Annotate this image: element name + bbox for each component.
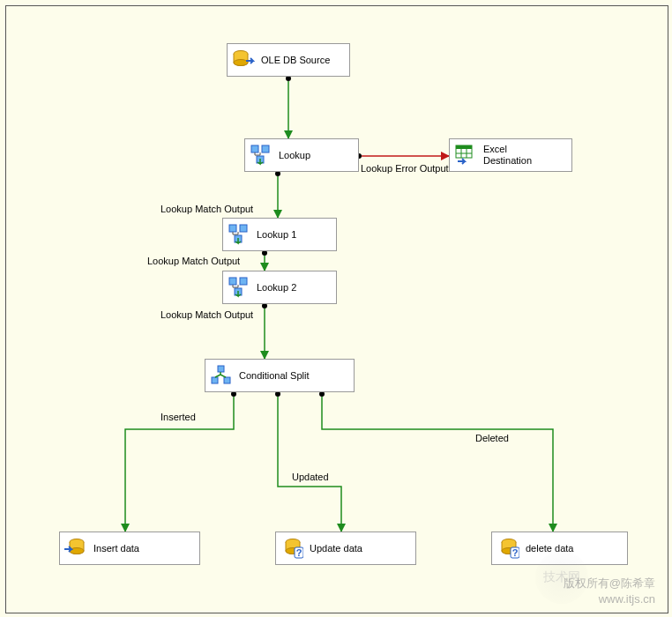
node-label: Lookup 2 bbox=[257, 282, 296, 293]
svg-rect-24 bbox=[218, 366, 224, 372]
edge-label-deleted: Deleted bbox=[475, 433, 509, 443]
lookup-icon bbox=[227, 275, 251, 300]
watermark-copyright: 版权所有@陈希章 bbox=[564, 576, 655, 591]
conditional-split-icon bbox=[209, 363, 234, 388]
database-source-icon bbox=[231, 48, 256, 72]
node-lookup2[interactable]: Lookup 2 bbox=[222, 271, 337, 304]
diagram-canvas: OLE DB Source Lookup Excel Destination bbox=[5, 5, 668, 613]
svg-rect-26 bbox=[224, 377, 230, 383]
edge-label-lookup-error: Lookup Error Output bbox=[361, 163, 449, 174]
ole-db-command-icon: ? bbox=[280, 536, 304, 561]
svg-point-9 bbox=[234, 60, 248, 66]
node-excel-destination[interactable]: Excel Destination bbox=[449, 138, 572, 172]
edge-label-lookup-match2: Lookup Match Output bbox=[147, 256, 240, 266]
edge-label-lookup-match3: Lookup Match Output bbox=[161, 309, 253, 320]
svg-rect-21 bbox=[229, 278, 236, 285]
svg-rect-11 bbox=[262, 145, 269, 152]
node-label: Conditional Split bbox=[239, 370, 310, 381]
svg-rect-19 bbox=[240, 225, 247, 232]
node-conditional-split[interactable]: Conditional Split bbox=[205, 359, 355, 392]
edge-label-updated: Updated bbox=[292, 472, 329, 482]
database-destination-icon bbox=[63, 536, 88, 561]
ole-db-command-icon: ? bbox=[496, 536, 520, 561]
node-oledb-source[interactable]: OLE DB Source bbox=[227, 43, 350, 77]
node-label: OLE DB Source bbox=[261, 55, 330, 65]
watermark-url: www.itjs.cn bbox=[599, 592, 655, 606]
node-label: Excel Destination bbox=[483, 144, 532, 167]
lookup-icon bbox=[227, 222, 251, 247]
svg-rect-25 bbox=[212, 377, 218, 383]
svg-rect-10 bbox=[251, 145, 258, 152]
node-update-data[interactable]: ? Update data bbox=[275, 532, 416, 565]
svg-rect-22 bbox=[240, 278, 247, 285]
node-label: Lookup 1 bbox=[257, 229, 296, 240]
svg-rect-14 bbox=[456, 145, 472, 149]
node-lookup[interactable]: Lookup bbox=[244, 138, 359, 172]
svg-rect-18 bbox=[229, 225, 236, 232]
edge-label-inserted: Inserted bbox=[161, 412, 196, 422]
node-insert-data[interactable]: Insert data bbox=[59, 532, 200, 565]
edge-label-lookup-match1: Lookup Match Output bbox=[161, 204, 253, 214]
svg-text:?: ? bbox=[296, 547, 302, 558]
node-lookup1[interactable]: Lookup 1 bbox=[222, 218, 337, 251]
svg-text:?: ? bbox=[512, 547, 519, 558]
connectors-layer bbox=[6, 6, 668, 613]
node-label: Update data bbox=[310, 543, 362, 554]
node-label: Insert data bbox=[93, 543, 139, 554]
excel-destination-icon bbox=[453, 143, 478, 167]
node-label: Lookup bbox=[279, 150, 310, 160]
lookup-icon bbox=[249, 143, 273, 167]
